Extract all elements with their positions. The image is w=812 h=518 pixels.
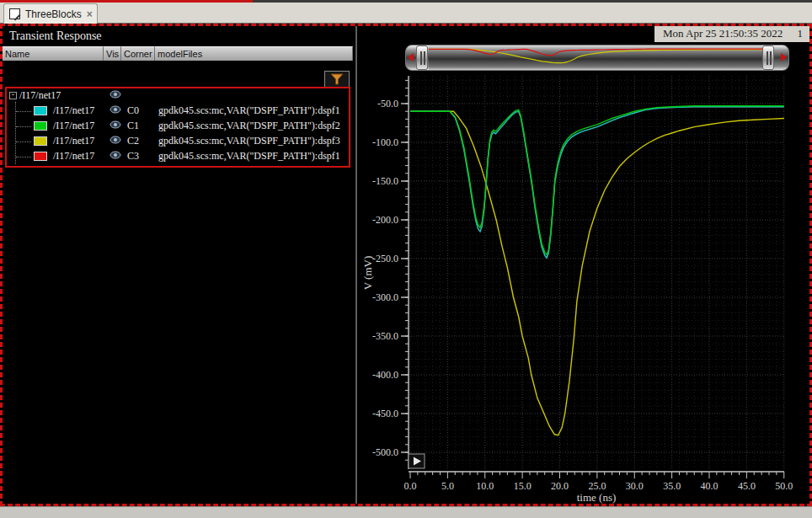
svg-text:-400.0: -400.0 [372,369,398,381]
signal-name[interactable]: /I17/net17 [53,135,94,147]
svg-text:V (mV): V (mV) [361,256,374,291]
eye-icon[interactable] [110,104,121,117]
trace-color-swatch[interactable] [34,152,47,161]
svg-text:0.0: 0.0 [404,480,417,492]
page-indicator: 1 [798,27,804,40]
signal-group-name[interactable]: /I17/net17 [19,89,61,102]
svg-text:-250.0: -250.0 [372,253,398,264]
svg-text:30.0: 30.0 [626,480,644,492]
trace-color-swatch[interactable] [34,136,47,146]
model-files: gpdk045.scs:mc,VAR("DSPF_PATH"):dspf2 [158,120,340,132]
svg-text:-50.0: -50.0 [377,98,398,109]
svg-text:50.0: 50.0 [775,480,793,492]
signal-row[interactable]: /I17/net17 C2 gpdk045.scs:mc,VAR("DSPF_P… [5,134,349,149]
eye-icon[interactable] [110,135,121,147]
trace-color-swatch[interactable] [34,121,47,131]
tab-label: ThreeBlocks [25,8,82,20]
svg-text:-450.0: -450.0 [372,408,398,419]
application-window: ThreeBlocks × Transient Response Name Vi… [0,0,812,518]
svg-text:15.0: 15.0 [514,480,532,492]
corner-name: C1 [127,120,139,132]
svg-text:45.0: 45.0 [738,480,756,492]
svg-text:5.0: 5.0 [441,480,454,492]
timestamp-text: Mon Apr 25 21:50:35 2022 [663,27,783,40]
column-header-name[interactable]: Name [3,46,104,61]
model-files: gpdk045.scs:mc,VAR("DSPF_PATH"):dspf3 [158,135,340,147]
svg-text:40.0: 40.0 [701,480,719,492]
svg-text:20.0: 20.0 [551,480,569,492]
close-icon[interactable]: × [87,9,93,19]
eye-icon[interactable] [110,120,121,132]
panel-divider[interactable] [353,26,360,504]
column-header-vis[interactable]: Vis [104,46,121,61]
signal-row[interactable]: /I17/net17 C1 gpdk045.scs:mc,VAR("DSPF_P… [5,119,349,134]
column-header-modelfiles[interactable]: modelFiles [155,46,353,61]
eye-icon[interactable] [110,150,121,163]
tree-branch-line [16,142,31,142]
tree-branch-line [16,111,31,112]
signal-name[interactable]: /I17/net17 [53,104,94,117]
panel-title: Transient Response [9,29,102,43]
svg-text:-500.0: -500.0 [372,446,398,458]
signal-name[interactable]: /I17/net17 [53,120,94,132]
eye-icon[interactable] [110,89,121,102]
svg-text:-350.0: -350.0 [372,330,398,342]
filter-button[interactable] [324,71,350,88]
waveform-plot[interactable]: -50.0-100.0-150.0-200.0-250.0-300.0-350.… [360,71,809,504]
tab-threeblocks[interactable]: ThreeBlocks × [3,3,98,24]
signal-list-panel: Transient Response Name Vis Corner model… [3,26,353,504]
svg-text:-300.0: -300.0 [372,291,398,303]
column-header-corner[interactable]: Corner [121,46,155,61]
signal-group-row[interactable]: - /I17/net17 [5,88,349,104]
timestamp: Mon Apr 25 21:50:35 2022 1 [654,26,809,42]
model-files: gpdk045.scs:mc,VAR("DSPF_PATH"):dspf1 [158,150,340,163]
svg-text:-150.0: -150.0 [372,175,398,187]
trace-color-swatch[interactable] [34,106,47,115]
waveform-window-icon [9,8,20,19]
tab-bar: ThreeBlocks × [0,3,812,24]
slider-left-arrow-icon[interactable] [408,53,414,61]
svg-text:-200.0: -200.0 [372,214,398,226]
signal-row[interactable]: /I17/net17 C3 gpdk045.scs:mc,VAR("DSPF_P… [5,149,349,164]
window-bottom-edge [0,506,812,518]
graph-window: Transient Response Name Vis Corner model… [0,24,812,506]
signal-name[interactable]: /I17/net17 [53,150,94,163]
svg-text:10.0: 10.0 [476,480,494,492]
horizontal-zoom-slider[interactable] [405,45,789,71]
slider-right-arrow-icon[interactable] [781,53,787,61]
svg-text:25.0: 25.0 [588,480,606,492]
svg-text:-100.0: -100.0 [372,136,398,148]
waveform-preview [429,45,762,70]
slider-left-handle[interactable] [416,45,428,70]
funnel-icon [330,73,344,85]
slider-track-preview[interactable] [429,45,762,70]
slider-right-handle[interactable] [762,45,774,70]
corner-name: C0 [127,104,139,117]
tree-branch-line [16,157,31,158]
svg-text:time (ns): time (ns) [577,491,617,504]
corner-name: C2 [127,135,139,147]
tree-collapse-icon[interactable]: - [9,92,17,99]
plot-panel: Mon Apr 25 21:50:35 2022 1 -50.0-100.0-1… [360,26,809,504]
signal-table-header: Name Vis Corner modelFiles [3,46,353,61]
corner-name: C3 [127,150,139,163]
tree-branch-line [16,126,31,127]
svg-text:35.0: 35.0 [663,480,681,492]
model-files: gpdk045.scs:mc,VAR("DSPF_PATH"):dspf1 [158,104,340,117]
signal-row[interactable]: /I17/net17 C0 gpdk045.scs:mc,VAR("DSPF_P… [5,104,349,119]
